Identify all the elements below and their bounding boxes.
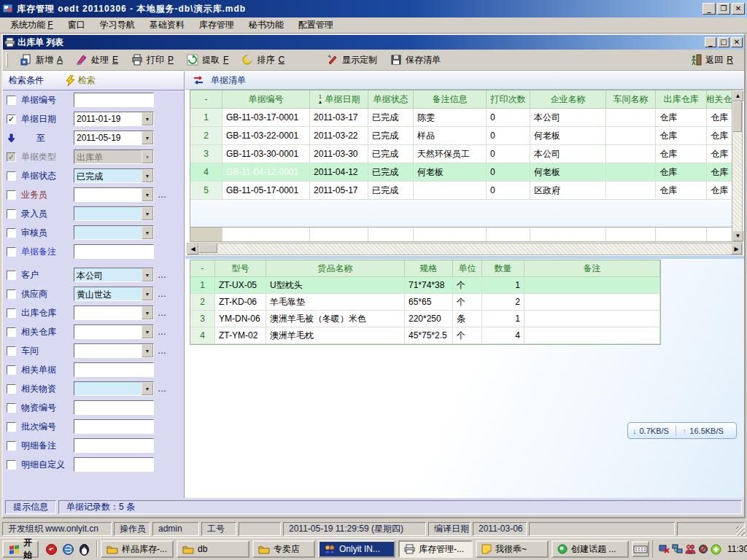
child-maximize-button[interactable]: □: [718, 37, 729, 47]
table-row[interactable]: 4GB-11-04-12-00012011-04-12已完成何老板0何老板仓库仓…: [190, 163, 734, 182]
text-input[interactable]: [74, 93, 154, 107]
cell[interactable]: 个: [453, 294, 482, 311]
toolbar-button-3[interactable]: 打印P: [125, 52, 180, 69]
checkbox[interactable]: [7, 228, 16, 238]
text-input[interactable]: [74, 419, 154, 434]
task-button-4[interactable]: Onlyit IN...: [318, 540, 395, 558]
dropdown-field[interactable]: ▼: [74, 343, 154, 358]
cell[interactable]: 仓库: [656, 127, 707, 145]
text-input[interactable]: [74, 438, 154, 453]
field-value[interactable]: [74, 458, 153, 471]
menu-item-5[interactable]: 库存管理: [192, 18, 241, 33]
cell[interactable]: [525, 294, 660, 311]
cell[interactable]: [606, 109, 656, 127]
more-button[interactable]: …: [158, 384, 167, 394]
field-value[interactable]: [74, 306, 142, 319]
column-header[interactable]: 出库仓库: [656, 90, 707, 109]
more-button[interactable]: …: [158, 190, 167, 200]
dropdown-arrow-icon[interactable]: ▼: [142, 112, 153, 125]
column-header[interactable]: 相关仓.: [707, 90, 734, 109]
cell[interactable]: 仓库: [656, 163, 707, 182]
field-value[interactable]: 已完成: [74, 169, 142, 182]
text-input[interactable]: [74, 244, 154, 259]
field-value[interactable]: [74, 439, 153, 452]
column-header[interactable]: 1▲单据日期: [310, 90, 368, 109]
cell[interactable]: 条: [453, 311, 482, 327]
column-header[interactable]: -: [190, 260, 215, 277]
keyboard-layout-button[interactable]: [632, 541, 649, 557]
cell[interactable]: [525, 327, 660, 344]
dropdown-field[interactable]: 2011-01-19▼: [74, 112, 154, 126]
restore-button[interactable]: ❐: [717, 3, 730, 15]
cell[interactable]: 澳洲羊毛枕: [266, 327, 405, 344]
column-header[interactable]: 打印次数: [487, 90, 530, 109]
cell[interactable]: [525, 277, 660, 294]
checkbox[interactable]: ✓: [7, 152, 16, 162]
cell[interactable]: 2011-03-30: [310, 145, 368, 163]
cell[interactable]: 样品: [414, 127, 487, 145]
cell[interactable]: 仓库: [707, 145, 734, 163]
checkbox[interactable]: [7, 384, 16, 394]
column-header[interactable]: 备注信息: [414, 90, 487, 109]
cell[interactable]: 个: [453, 327, 482, 344]
column-header[interactable]: 货品名称: [266, 260, 405, 277]
cell[interactable]: GB-11-03-30-0001: [222, 145, 310, 163]
row-number-cell[interactable]: 5: [190, 182, 222, 200]
cell[interactable]: 何老板: [530, 163, 606, 182]
cell[interactable]: 45*75*2.5: [405, 327, 453, 344]
dropdown-arrow-icon[interactable]: ▼: [142, 169, 153, 182]
dropdown-field[interactable]: 本公司▼: [74, 268, 154, 282]
checkbox[interactable]: [7, 271, 16, 280]
cell[interactable]: ZT-UX-05: [215, 277, 266, 294]
dropdown-arrow-icon[interactable]: ▼: [142, 188, 153, 201]
table-row[interactable]: 3GB-11-03-30-00012011-03-30已完成天然环保员工0本公司…: [190, 145, 734, 163]
users-icon[interactable]: [685, 544, 696, 554]
resize-grip[interactable]: [736, 526, 746, 536]
upgrade-icon[interactable]: [711, 544, 721, 555]
cell[interactable]: GB-11-03-17-0001: [222, 109, 310, 127]
dropdown-arrow-icon[interactable]: ▼: [142, 325, 153, 338]
cell[interactable]: [606, 145, 656, 163]
red-swirl-icon[interactable]: [45, 543, 58, 556]
scroll-left-icon[interactable]: ◀: [187, 244, 198, 254]
checkbox[interactable]: [7, 460, 16, 470]
dropdown-arrow-icon[interactable]: ▼: [142, 306, 153, 319]
cell[interactable]: 何老板: [530, 127, 606, 145]
cell[interactable]: 0: [487, 109, 530, 127]
column-header[interactable]: 备注: [525, 260, 660, 277]
cell[interactable]: 0: [487, 182, 530, 200]
dropdown-arrow-icon[interactable]: ▼: [142, 150, 153, 163]
dropdown-arrow-icon[interactable]: ▼: [142, 131, 153, 144]
cell[interactable]: 区政府: [530, 182, 606, 200]
column-header[interactable]: 数量: [482, 260, 525, 277]
toolbar-button-4[interactable]: 提取F: [180, 52, 235, 69]
field-value[interactable]: [74, 401, 153, 414]
dropdown-arrow-icon[interactable]: ▼: [142, 287, 153, 300]
close-button[interactable]: ✕: [732, 3, 745, 15]
column-header[interactable]: 型号: [215, 260, 266, 277]
field-value[interactable]: [74, 420, 153, 433]
menu-item-4[interactable]: 基础资料: [142, 18, 192, 33]
field-value[interactable]: 本公司: [74, 268, 142, 281]
field-value[interactable]: [74, 226, 142, 239]
cell[interactable]: 1: [482, 311, 525, 327]
penguin-icon[interactable]: [79, 543, 90, 556]
checkbox[interactable]: [7, 346, 16, 356]
checkbox[interactable]: [7, 247, 16, 257]
cell[interactable]: 2011-03-22: [310, 127, 368, 145]
cell[interactable]: YM-DN-06: [215, 311, 266, 327]
cell[interactable]: 0: [487, 127, 530, 145]
field-value[interactable]: [74, 188, 142, 201]
text-input[interactable]: [74, 457, 154, 472]
task-button-7[interactable]: 创建话题 ...: [551, 540, 629, 558]
cell[interactable]: 已完成: [368, 182, 414, 200]
text-input[interactable]: [74, 362, 154, 377]
table-row[interactable]: 4ZT-YM-02澳洲羊毛枕45*75*2.5个4: [190, 327, 660, 344]
blue-e-icon[interactable]: [62, 543, 74, 556]
cell[interactable]: [606, 127, 656, 145]
toolbar-button-6[interactable]: 显示定制: [320, 52, 384, 69]
column-header[interactable]: 单位: [453, 260, 482, 277]
field-value[interactable]: 黄山世达: [74, 287, 142, 300]
checkbox[interactable]: [7, 422, 16, 432]
dropdown-field[interactable]: 出库单▼: [74, 149, 154, 164]
